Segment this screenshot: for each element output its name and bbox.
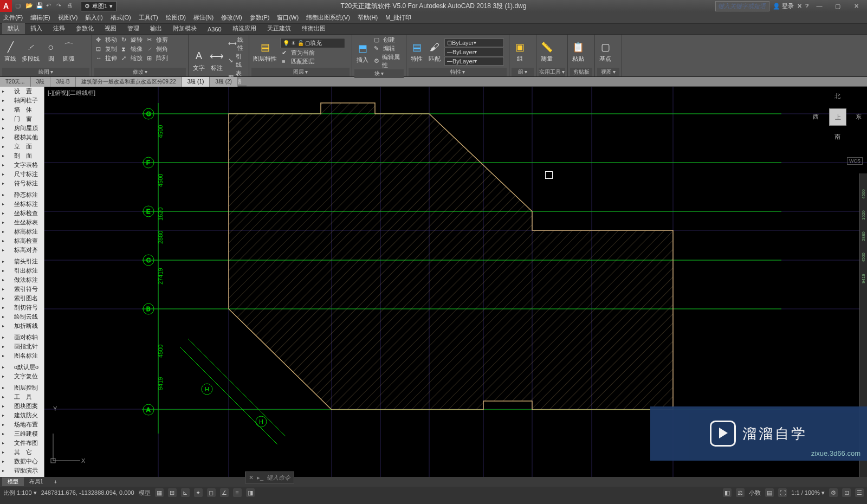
app-logo[interactable]: A (0, 0, 12, 12)
ribbon-tab[interactable]: 插入 (25, 23, 48, 34)
sidebar-item[interactable]: ▸标高对齐 (0, 245, 44, 255)
draw-button[interactable]: ○圆 (43, 40, 59, 64)
match-button[interactable]: 🖌匹配 (426, 40, 443, 64)
sidebar-item[interactable]: ▸绘制云线 (0, 312, 44, 321)
doc-tab[interactable]: 3段 (2) (210, 77, 238, 87)
menu-item[interactable]: 绘图(D) (166, 14, 186, 22)
ribbon-tab[interactable]: 默认 (2, 23, 25, 34)
viewcube[interactable]: 上 北 南 东 西 (813, 92, 862, 141)
sidebar-item[interactable]: ▸标高标注 (0, 227, 44, 236)
sidebar-item[interactable]: ▸墙 体 (0, 105, 44, 114)
osnap-icon[interactable]: ◻ (207, 488, 216, 497)
layout-tab[interactable]: 布局1 (24, 477, 49, 486)
panel-label-modify[interactable]: 修改 ▾ (94, 68, 186, 76)
login-button[interactable]: 👤 登录 (773, 2, 794, 10)
ann-icon[interactable]: ⚖ (736, 488, 745, 497)
model-toggle[interactable]: 模型 (139, 489, 151, 497)
workspace-combo[interactable]: ⚙ 草图1 ▾ (81, 1, 117, 11)
viewcube-n[interactable]: 北 (834, 92, 840, 100)
menu-item[interactable]: 窗口(W) (277, 14, 299, 22)
panel-label-block[interactable]: 块 ▾ (354, 69, 404, 78)
panel-label-view[interactable]: 视图 ▾ (597, 68, 619, 76)
doc-tab[interactable]: 3段 (31, 77, 51, 87)
viewcube-top[interactable]: 上 (829, 108, 846, 126)
sidebar-item[interactable]: ▸建筑防火 (0, 411, 44, 420)
undo-icon[interactable]: ↶ (46, 2, 54, 10)
sidebar-item[interactable]: ▸箭头引注 (0, 257, 44, 266)
otrack-icon[interactable]: ∠ (220, 488, 229, 497)
grid-icon[interactable]: ▦ (155, 488, 164, 497)
menu-item[interactable]: 工具(T) (139, 14, 158, 22)
sidebar-item[interactable]: ▸坐标标注 (0, 199, 44, 209)
sidebar-item[interactable]: ▸其 它 (0, 448, 44, 457)
edit-attr-button[interactable]: ⚙编辑属性 (372, 53, 404, 69)
scale-combo[interactable]: 比例 1:100 ▾ (3, 489, 37, 497)
lt-combo[interactable]: — ByLayer ▾ (444, 57, 504, 66)
wcs-label[interactable]: WCS (847, 157, 863, 165)
sidebar-item[interactable]: ▸标高检查 (0, 236, 44, 245)
edit-button[interactable]: ✎编辑 (372, 44, 404, 53)
gear-icon[interactable]: ⚙ (829, 488, 838, 497)
viewcube-s[interactable]: 南 (834, 133, 840, 141)
sidebar-item[interactable]: ▸场地布置 (0, 420, 44, 429)
paste-button[interactable]: 📋粘贴 (570, 40, 586, 64)
qp-icon[interactable]: ▤ (765, 488, 774, 497)
modify-button[interactable]: ✥移动 (94, 36, 119, 44)
linear-button[interactable]: ⟷线性 (227, 36, 247, 52)
exchange-icon[interactable]: ✕ (797, 3, 802, 10)
layer-combo[interactable]: 💡 ☀ 🔓 ▢ 填充 (280, 38, 345, 48)
ribbon-tab[interactable]: A360 (202, 24, 227, 34)
snap-icon[interactable]: ⊞ (168, 488, 177, 497)
sidebar-item[interactable]: ▸索引符号 (0, 285, 44, 294)
modify-button[interactable]: ⊞阵列 (145, 54, 170, 62)
group-button[interactable]: ▣组 (512, 40, 528, 64)
sidebar-item[interactable]: ▸图层控制 (0, 383, 44, 392)
viewcube-e[interactable]: 东 (856, 113, 862, 121)
sidebar-item[interactable]: ▸楼梯其他 (0, 133, 44, 142)
dim-button[interactable]: ⟷标注 (209, 49, 225, 73)
draw-button[interactable]: ╱直线 (2, 40, 18, 64)
sidebar-item[interactable]: ▸轴网柱子 (0, 96, 44, 105)
text-button[interactable]: A文字 (191, 49, 207, 73)
panel-label-prop[interactable]: 特性 ▾ (409, 68, 507, 76)
menu-item[interactable]: 视图(V) (58, 14, 78, 22)
menu-item[interactable]: 修改(M) (221, 14, 242, 22)
prop-button[interactable]: ▤特性 (409, 40, 425, 64)
close-icon[interactable]: ✕ (249, 474, 254, 481)
sidebar-item[interactable]: ▸图名标注 (0, 351, 44, 360)
sidebar-item[interactable]: ▸符号标注 (0, 179, 44, 188)
menu-item[interactable]: 编辑(E) (30, 14, 50, 22)
ribbon-tab[interactable]: 天正建筑 (262, 23, 296, 34)
sidebar-item[interactable]: ▸坐标检查 (0, 209, 44, 218)
command-line[interactable]: ✕ ▸_ 键入命令 (245, 471, 294, 483)
sidebar-item[interactable]: ▸数据中心 (0, 457, 44, 466)
sidebar-item[interactable]: ▸文字表格 (0, 160, 44, 170)
modify-button[interactable]: ⧗镜像 (120, 45, 144, 53)
ribbon-tab[interactable]: 附加模块 (167, 23, 202, 34)
trans-icon[interactable]: ◨ (246, 488, 255, 497)
ribbon-tab[interactable]: 纬衡出图 (296, 23, 331, 34)
ribbon-tab[interactable]: 输出 (145, 23, 167, 34)
panel-label-clip[interactable]: 剪贴板 (570, 68, 592, 76)
open-icon[interactable]: 📂 (25, 2, 33, 10)
base-button[interactable]: ▢基点 (597, 40, 613, 64)
sidebar-item[interactable]: ▸门 窗 (0, 114, 44, 124)
modify-button[interactable]: ⊡复制 (94, 45, 119, 53)
ribbon-tab[interactable]: 管理 (122, 23, 145, 34)
ortho-icon[interactable]: ⊾ (181, 488, 190, 497)
panel-label-layer[interactable]: 图层 ▾ (251, 68, 350, 76)
clean-icon[interactable]: ⊡ (842, 488, 851, 497)
leader-button[interactable]: ↘引线 (227, 53, 247, 69)
redo-icon[interactable]: ↷ (56, 2, 64, 10)
modify-button[interactable]: ⤢缩放 (120, 54, 144, 62)
measure-button[interactable]: 📏测量 (539, 40, 555, 64)
minimize-button[interactable]: — (812, 1, 827, 11)
sidebar-item[interactable]: ▸设 置 (0, 87, 44, 96)
sidebar-item[interactable]: ▸工 具 (0, 392, 44, 402)
search-input[interactable]: 键入关键字或短语 (715, 1, 769, 11)
menu-item[interactable]: 帮助(H) (358, 14, 378, 22)
close-button[interactable]: ✕ (849, 1, 864, 11)
panel-label-draw[interactable]: 绘图 ▾ (2, 68, 89, 76)
add-layout-icon[interactable]: + (49, 479, 63, 486)
menu-item[interactable]: 标注(N) (193, 14, 213, 22)
